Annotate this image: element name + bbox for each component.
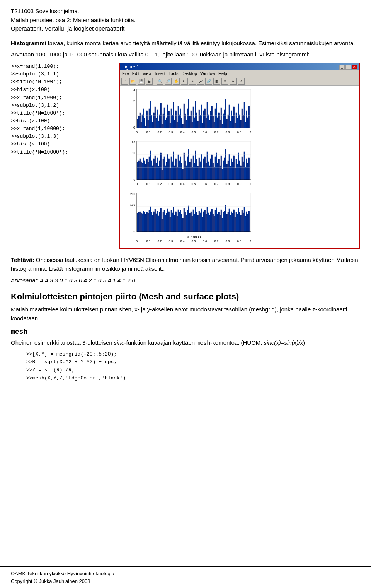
svg-rect-81 bbox=[214, 122, 215, 128]
svg-text:0.2: 0.2 bbox=[157, 239, 162, 243]
svg-text:4: 4 bbox=[133, 88, 135, 92]
svg-rect-323 bbox=[224, 211, 225, 232]
svg-text:0: 0 bbox=[133, 126, 135, 130]
toolbar-save[interactable]: 💾 bbox=[138, 78, 145, 85]
toolbar-zoom-in[interactable]: 🔍 bbox=[157, 78, 163, 85]
svg-rect-151 bbox=[160, 153, 162, 180]
svg-rect-53 bbox=[181, 118, 182, 128]
intro-para1: Arvotaan 100, 1000 ja 10 000 satunnaislu… bbox=[11, 50, 360, 59]
menu-edit[interactable]: Edit bbox=[132, 71, 140, 76]
minimize-button[interactable]: _ bbox=[339, 65, 345, 70]
svg-text:1: 1 bbox=[250, 182, 252, 186]
svg-rect-203 bbox=[221, 156, 222, 180]
svg-text:0.8: 0.8 bbox=[225, 239, 230, 243]
toolbar-arrow[interactable]: ↗ bbox=[238, 78, 245, 85]
svg-rect-314 bbox=[214, 216, 215, 232]
svg-rect-63 bbox=[193, 107, 194, 128]
svg-rect-32 bbox=[157, 110, 158, 128]
toolbar-insert-text[interactable]: A bbox=[230, 78, 237, 85]
svg-rect-214 bbox=[233, 156, 235, 180]
toolbar-insert-colorbar[interactable]: ▦ bbox=[213, 78, 220, 85]
toolbar-zoom-out[interactable]: 🔎 bbox=[165, 78, 172, 85]
svg-rect-29 bbox=[153, 113, 155, 128]
svg-rect-168 bbox=[180, 157, 181, 180]
svg-rect-272 bbox=[165, 215, 166, 232]
svg-rect-262 bbox=[153, 212, 155, 232]
svg-rect-61 bbox=[191, 111, 192, 128]
svg-rect-27 bbox=[151, 115, 152, 128]
svg-rect-255 bbox=[145, 214, 146, 232]
svg-rect-339 bbox=[243, 213, 244, 232]
toolbar-insert-legend[interactable]: ≡ bbox=[221, 78, 228, 85]
svg-text:0.7: 0.7 bbox=[214, 182, 219, 186]
menu-file[interactable]: File bbox=[122, 71, 129, 76]
toolbar-datacursor[interactable]: + bbox=[189, 78, 196, 85]
menu-tools[interactable]: Tools bbox=[168, 71, 179, 76]
toolbar-brush[interactable]: 🖌 bbox=[197, 78, 204, 85]
svg-rect-137 bbox=[144, 161, 145, 180]
svg-rect-167 bbox=[179, 161, 180, 180]
svg-rect-322 bbox=[223, 212, 224, 232]
svg-rect-343 bbox=[247, 214, 248, 232]
arvosanat-label: Arvosanat: 4 4 3 3 0 1 0 3 0 4 2 1 0 5 4… bbox=[11, 277, 135, 284]
svg-rect-300 bbox=[197, 215, 199, 232]
svg-rect-157 bbox=[167, 154, 168, 180]
svg-rect-159 bbox=[170, 168, 171, 180]
toolbar-link[interactable]: 🔗 bbox=[205, 78, 212, 85]
svg-rect-321 bbox=[222, 218, 223, 232]
menu-insert[interactable]: Insert bbox=[155, 71, 165, 76]
menu-desktop[interactable]: Desktop bbox=[182, 71, 197, 76]
svg-rect-181 bbox=[195, 151, 196, 180]
svg-rect-213 bbox=[232, 162, 233, 180]
svg-rect-25 bbox=[149, 109, 150, 128]
svg-rect-69 bbox=[200, 115, 201, 128]
svg-rect-324 bbox=[225, 205, 226, 232]
svg-rect-222 bbox=[243, 162, 244, 180]
maximize-button[interactable]: □ bbox=[345, 65, 351, 70]
svg-rect-73 bbox=[204, 109, 206, 128]
svg-rect-55 bbox=[184, 104, 185, 128]
svg-rect-44 bbox=[171, 109, 172, 128]
svg-rect-30 bbox=[155, 107, 156, 128]
svg-rect-72 bbox=[203, 111, 204, 128]
svg-rect-202 bbox=[220, 166, 221, 180]
svg-rect-303 bbox=[201, 209, 202, 232]
menu-window[interactable]: Window bbox=[200, 71, 215, 76]
menu-help[interactable]: Help bbox=[218, 71, 227, 76]
svg-text:200: 200 bbox=[130, 192, 136, 196]
toolbar-new[interactable]: 🗋 bbox=[121, 78, 128, 85]
svg-text:0.9: 0.9 bbox=[237, 239, 242, 243]
svg-rect-269 bbox=[162, 219, 163, 232]
svg-text:10: 10 bbox=[132, 151, 135, 155]
window-buttons[interactable]: _ □ ✕ bbox=[339, 65, 357, 70]
menu-view[interactable]: View bbox=[143, 71, 152, 76]
toolbar-print[interactable]: 🖨 bbox=[146, 78, 153, 85]
svg-rect-84 bbox=[217, 118, 218, 128]
svg-rect-299 bbox=[196, 212, 197, 232]
svg-text:0: 0 bbox=[134, 178, 136, 181]
svg-rect-153 bbox=[163, 159, 164, 180]
svg-text:0.3: 0.3 bbox=[168, 182, 173, 186]
svg-rect-166 bbox=[178, 155, 179, 180]
svg-rect-261 bbox=[152, 215, 153, 232]
svg-rect-75 bbox=[207, 102, 208, 128]
svg-rect-329 bbox=[231, 212, 232, 232]
toolbar-pan[interactable]: ✋ bbox=[173, 78, 180, 85]
toolbar-rotate[interactable]: ↻ bbox=[181, 78, 188, 85]
svg-rect-344 bbox=[248, 211, 250, 232]
svg-rect-149 bbox=[158, 166, 159, 180]
svg-rect-259 bbox=[150, 207, 151, 232]
svg-rect-77 bbox=[209, 120, 210, 128]
toolbar-open[interactable]: 📂 bbox=[129, 78, 136, 85]
svg-rect-225 bbox=[246, 159, 247, 180]
svg-rect-257 bbox=[148, 213, 149, 232]
svg-rect-175 bbox=[188, 149, 189, 180]
close-button[interactable]: ✕ bbox=[352, 65, 357, 70]
svg-rect-48 bbox=[175, 111, 177, 128]
svg-rect-197 bbox=[214, 167, 215, 180]
svg-rect-217 bbox=[237, 164, 238, 180]
code-block: >>x=rand(1,100); >>subplot(3,1,1) >>titl… bbox=[11, 63, 111, 249]
svg-rect-45 bbox=[172, 115, 173, 128]
svg-rect-297 bbox=[194, 214, 195, 232]
task-section: Tehtävä: Oheisessa taulukossa on luokan … bbox=[11, 255, 360, 285]
